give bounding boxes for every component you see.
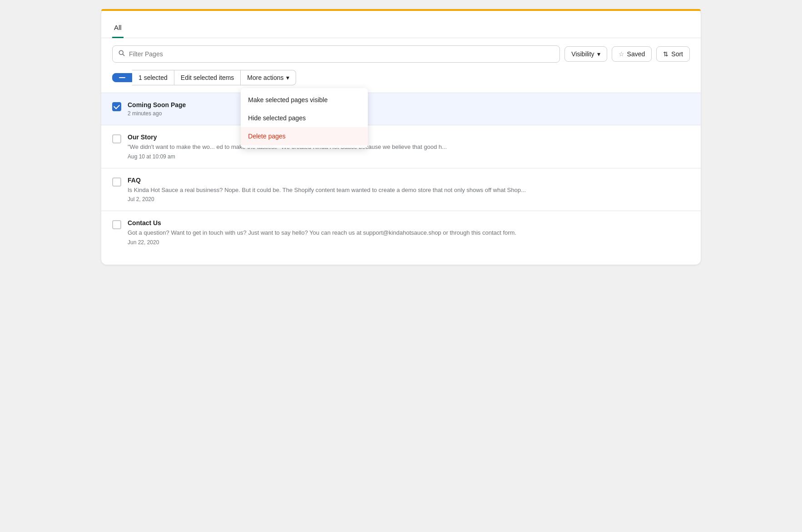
table-row[interactable]: Contact Us Got a question? Want to get i… [101, 211, 701, 254]
page-desc-our-story: "We didn't want to make the wo... ed to … [128, 143, 690, 152]
page-date-coming-soon: 2 minutes ago [128, 110, 690, 117]
more-actions-dropdown: Make selected pages visible Hide selecte… [241, 88, 368, 148]
table-row[interactable]: FAQ Is Kinda Hot Sauce a real business? … [101, 168, 701, 212]
more-actions-container: More actions ▾ Make selected pages visib… [241, 70, 296, 85]
checkbox-our-story[interactable] [112, 134, 121, 143]
tab-all[interactable]: All [112, 18, 124, 38]
main-card: All Visibility ▾ ☆ Saved ⇅ Sort [101, 9, 701, 265]
toolbar: Visibility ▾ ☆ Saved ⇅ Sort [101, 38, 701, 70]
svg-line-1 [123, 54, 124, 56]
page-content-our-story: Our Story "We didn't want to make the wo… [128, 133, 690, 160]
page-content-coming-soon: Coming Soon Page 2 minutes ago [128, 101, 690, 117]
more-actions-button[interactable]: More actions ▾ [241, 70, 296, 85]
search-wrap [112, 45, 560, 63]
saved-button[interactable]: ☆ Saved [612, 46, 652, 62]
selected-count-label: 1 selected [139, 74, 168, 81]
deselect-button[interactable] [112, 73, 132, 82]
more-actions-chevron-icon: ▾ [286, 74, 289, 81]
table-row[interactable]: Our Story "We didn't want to make the wo… [101, 125, 701, 168]
saved-label: Saved [627, 50, 645, 58]
search-input[interactable] [129, 50, 554, 58]
selected-count-button[interactable]: 1 selected [132, 70, 174, 85]
sort-label: Sort [671, 50, 683, 58]
visibility-chevron-icon: ▾ [597, 50, 600, 58]
minus-icon [119, 77, 125, 78]
visibility-button[interactable]: Visibility ▾ [564, 46, 607, 62]
edit-selected-button[interactable]: Edit selected items [174, 70, 241, 85]
action-bar: 1 selected Edit selected items More acti… [101, 70, 701, 93]
edit-selected-label: Edit selected items [181, 74, 234, 81]
star-icon: ☆ [619, 50, 624, 58]
sort-icon: ⇅ [663, 50, 668, 58]
page-title-our-story: Our Story [128, 133, 690, 141]
page-desc-contact-us: Got a question? Want to get in touch wit… [128, 228, 690, 237]
table-row[interactable]: Coming Soon Page 2 minutes ago [101, 93, 701, 125]
tabs-container: All [101, 11, 701, 38]
page-date-our-story: Aug 10 at 10:09 am [128, 153, 690, 160]
page-content-contact-us: Contact Us Got a question? Want to get i… [128, 219, 690, 246]
page-title-faq: FAQ [128, 177, 690, 184]
page-date-contact-us: Jun 22, 2020 [128, 239, 690, 246]
make-visible-item[interactable]: Make selected pages visible [241, 91, 368, 109]
checkbox-faq[interactable] [112, 177, 121, 187]
hide-pages-item[interactable]: Hide selected pages [241, 109, 368, 127]
page-date-faq: Jul 2, 2020 [128, 196, 690, 202]
checkbox-contact-us[interactable] [112, 220, 121, 229]
visibility-label: Visibility [571, 50, 594, 58]
sort-button[interactable]: ⇅ Sort [656, 46, 690, 62]
page-list: Coming Soon Page 2 minutes ago Our Story… [101, 93, 701, 254]
delete-pages-item[interactable]: Delete pages [241, 127, 368, 145]
page-content-faq: FAQ Is Kinda Hot Sauce a real business? … [128, 177, 690, 203]
page-title-coming-soon: Coming Soon Page [128, 101, 690, 108]
more-actions-label: More actions [247, 74, 283, 81]
page-desc-faq: Is Kinda Hot Sauce a real business? Nope… [128, 186, 690, 195]
page-title-contact-us: Contact Us [128, 219, 690, 227]
search-icon [118, 49, 125, 59]
checkbox-coming-soon[interactable] [112, 102, 121, 111]
